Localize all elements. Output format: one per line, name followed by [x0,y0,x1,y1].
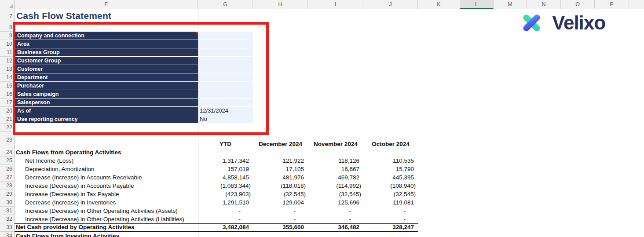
statement-value[interactable]: 1,317,342 [198,157,253,165]
statement-value[interactable]: (114,992) [308,182,363,190]
statement-value[interactable]: 17,105 [253,165,308,173]
statement-value[interactable]: 355,600 [253,224,308,231]
period-header[interactable]: YTD [198,140,253,148]
velixo-logo[interactable]: Velixo [520,12,605,34]
statement-value[interactable]: (32,545) [363,190,418,198]
statement-value[interactable]: - [253,215,308,223]
velixo-wordmark: Velixo [552,13,605,33]
column-header-m[interactable]: M [494,0,527,9]
annotation-highlight-box [13,22,269,135]
statement-label[interactable]: Decrease (Increase) in Inventories [15,198,198,207]
period-header[interactable]: October 2024 [363,140,418,148]
column-header-j[interactable]: J [363,0,418,9]
statement-value[interactable]: 328,247 [363,224,418,231]
row-header-28[interactable]: 28 [0,182,15,190]
statement-value[interactable]: 110,535 [363,157,418,165]
statement-label[interactable]: Increase (Decrease) in Tax Payable [15,190,198,198]
statement-value[interactable]: 1,291,510 [198,198,253,207]
statement-row: Decrease (Increase) in Accounts Receivab… [15,173,418,182]
column-header-o[interactable]: O [561,0,595,9]
statement-value[interactable]: 4,858,145 [198,173,253,182]
statement-label[interactable]: Increase (Decrease) in Accounts Payable [15,182,198,190]
period-header[interactable]: December 2024 [253,140,308,148]
velixo-x-mark-icon [520,12,543,34]
statement-value[interactable]: - [308,215,363,223]
statement-row: Increase (Decrease) in Other Operating A… [15,215,418,223]
statement-value[interactable]: 445,395 [363,173,418,182]
statement-value[interactable]: (32,545) [253,190,308,198]
column-header-i[interactable]: I [308,0,363,9]
statement-label[interactable]: Increase (Decrease) in Other Operating A… [15,207,198,215]
statement-value[interactable]: 15,790 [363,165,418,173]
statement-value[interactable]: (118,018) [253,182,308,190]
select-all-triangle-icon [9,4,13,8]
column-header-l[interactable]: L [460,0,494,9]
column-header-k[interactable]: K [418,0,460,9]
statement-label[interactable]: Cash Flows from Investing Activities [15,232,198,237]
statement-row: Cash Flows from Operating Activities [15,148,418,157]
statement-label[interactable]: Net Income (Loss) [15,157,198,165]
statement-value[interactable]: 469,782 [308,173,363,182]
statement-value[interactable]: - [198,215,253,223]
column-header-p[interactable]: P [595,0,629,9]
select-all-corner[interactable] [0,0,15,9]
column-header-f[interactable]: F [15,0,198,9]
statement-value[interactable]: 129,004 [253,198,308,207]
period-header[interactable]: November 2024 [308,140,363,148]
statement-label[interactable]: Net Cash provided by Operating Activitie… [15,224,198,231]
column-header-strip: FGHIJKLMNOP [0,0,644,9]
statement-value[interactable]: - [363,215,418,223]
column-header-g[interactable]: G [198,0,253,9]
row-header-7[interactable]: 7 [0,9,15,23]
report-title[interactable]: Cash Flow Statement [16,11,111,21]
statement-value[interactable]: - [253,207,308,215]
statement-value[interactable]: 346,482 [308,224,363,231]
statement-label[interactable]: Cash Flows from Operating Activities [15,148,198,157]
statement-value[interactable]: 16,667 [308,165,363,173]
row-header-32[interactable]: 32 [0,215,15,223]
row-header-33[interactable]: 33 [0,223,15,232]
statement-row: Net Income (Loss)1,317,342121,922118,126… [15,157,418,165]
row-header-24[interactable]: 24 [0,148,15,157]
column-header-n[interactable]: N [527,0,561,9]
statement-row: Net Cash provided by Operating Activitie… [15,223,418,232]
statement-row: Increase (Decrease) in Tax Payable(423,9… [15,190,418,198]
statement-value[interactable]: 121,922 [253,157,308,165]
statement-value[interactable]: (423,903) [198,190,253,198]
statement-label[interactable]: Depreciation, Amortization [15,165,198,173]
statement-row: Increase (Decrease) in Accounts Payable(… [15,182,418,190]
statement-row: Depreciation, Amortization157,01917,1051… [15,165,418,173]
statement-label[interactable]: Increase (Decrease) in Other Operating A… [15,215,198,223]
row-header-29[interactable]: 29 [0,190,15,198]
row-header-30[interactable]: 30 [0,198,15,207]
row-header-25[interactable]: 25 [0,157,15,165]
statement-value[interactable]: 125,696 [308,198,363,207]
row-header-27[interactable]: 27 [0,173,15,182]
statement-label[interactable]: Decrease (Increase) in Accounts Receivab… [15,173,198,182]
statement-row: Increase (Decrease) in Other Operating A… [15,207,418,215]
row-header-34[interactable]: 34 [0,232,15,237]
spreadsheet: FGHIJKLMNOP 7891011121314151617202122232… [0,0,644,237]
statement-value[interactable]: 157,019 [198,165,253,173]
statement-value[interactable]: - [363,207,418,215]
statement-value[interactable]: 119,081 [363,198,418,207]
statement-value[interactable]: - [198,207,253,215]
statement-value[interactable]: 3,482,084 [198,224,253,231]
statement-row: Decrease (Increase) in Inventories1,291,… [15,198,418,207]
statement-value[interactable]: (1,083,344) [198,182,253,190]
statement-value[interactable]: 118,126 [308,157,363,165]
statement-value[interactable]: - [308,207,363,215]
statement-value[interactable]: (108,940) [363,182,418,190]
statement-row: Cash Flows from Investing Activities [15,232,418,237]
statement-value[interactable]: (32,545) [308,190,363,198]
statement-value[interactable]: 481,976 [253,173,308,182]
row-header-31[interactable]: 31 [0,207,15,215]
row-header-26[interactable]: 26 [0,165,15,173]
column-header-h[interactable]: H [253,0,308,9]
